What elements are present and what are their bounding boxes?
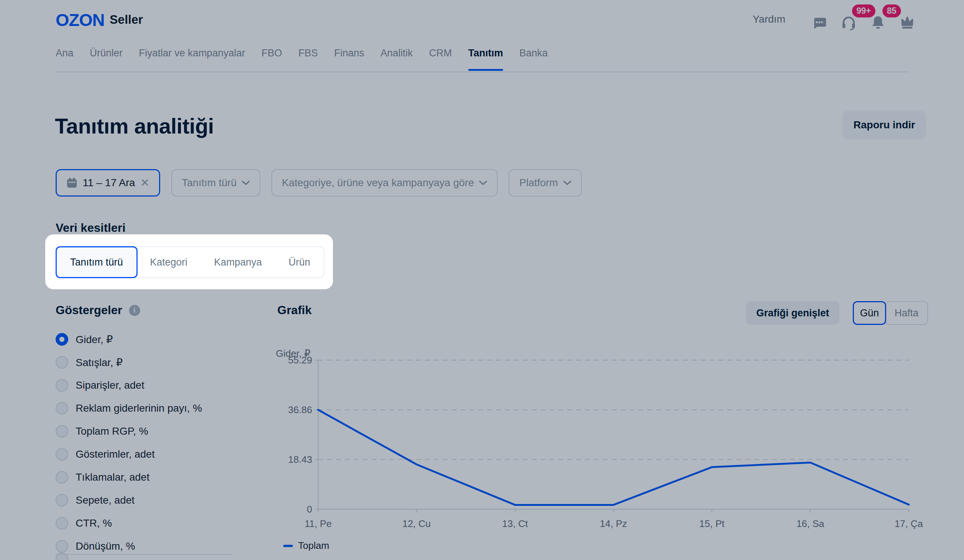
chart-canvas: 55.2936.8618.43011, Pe12, Cu13, Ct14, Pz… <box>274 341 931 556</box>
indicator-sepete[interactable]: Sepete, adet <box>55 489 202 512</box>
svg-text:17, Ça: 17, Ça <box>895 518 923 529</box>
indicator-gosterimler[interactable]: Gösterimler, adet <box>55 443 202 466</box>
period-week-button[interactable]: Hafta <box>885 301 928 325</box>
chart-legend: Toplam <box>283 540 329 552</box>
notifications-badge: 85 <box>883 5 901 18</box>
tab-tanitim-turu[interactable]: Tanıtım türü <box>55 246 138 278</box>
radio-icon <box>55 379 68 392</box>
indicator-reklam-payi[interactable]: Reklam giderlerinin payı, % <box>55 397 202 420</box>
nav-item-crm[interactable]: CRM <box>429 47 452 59</box>
clear-date-icon[interactable]: ✕ <box>140 177 150 189</box>
chevron-down-icon <box>563 180 572 186</box>
support-badge: 99+ <box>852 5 875 18</box>
calendar-icon <box>66 177 78 189</box>
platform-filter-label: Platform <box>519 177 558 189</box>
svg-text:18.43: 18.43 <box>288 454 312 465</box>
radio-icon <box>55 540 68 553</box>
indicators-heading-text: Göstergeler <box>55 303 122 317</box>
chat-icon[interactable] <box>812 15 827 30</box>
category-filter-label: Kategoriye, ürüne veya kampanyaya göre <box>282 177 474 189</box>
legend-line-swatch <box>283 545 293 547</box>
nav-item-analitik[interactable]: Analitik <box>380 47 413 59</box>
legend-label: Toplam <box>298 540 329 552</box>
svg-text:14, Pz: 14, Pz <box>600 518 627 529</box>
seller-logo-text: Seller <box>110 13 143 27</box>
svg-text:16, Sa: 16, Sa <box>796 518 825 529</box>
promo-type-label: Tanıtım türü <box>182 177 236 189</box>
download-report-button[interactable]: Raporu indir <box>842 111 926 140</box>
ozon-logo-text: OZON <box>55 10 104 30</box>
svg-text:13, Ct: 13, Ct <box>502 518 528 529</box>
expand-chart-button[interactable]: Grafiği genişlet <box>746 301 839 325</box>
radio-icon <box>55 356 68 369</box>
svg-text:0: 0 <box>307 504 312 515</box>
info-icon[interactable]: i <box>129 305 140 316</box>
nav-item-fbo[interactable]: FBO <box>261 47 282 59</box>
nav-item-fbs[interactable]: FBS <box>298 47 318 59</box>
tab-urun[interactable]: Ürün <box>275 247 324 277</box>
radio-icon <box>55 448 68 461</box>
period-day-button[interactable]: Gün <box>853 301 886 325</box>
nav-divider <box>55 72 909 72</box>
nav-item-banka[interactable]: Banka <box>519 47 548 59</box>
indicator-siparisler[interactable]: Siparişler, adet <box>55 374 202 397</box>
chart-heading: Grafik <box>277 303 311 317</box>
list-divider <box>55 554 232 555</box>
page-title: Tanıtım analitiği <box>55 114 214 138</box>
tab-kategori[interactable]: Kategori <box>137 247 201 277</box>
radio-icon <box>55 494 68 506</box>
chevron-down-icon <box>479 180 487 186</box>
indicator-toplam-rgp[interactable]: Toplam RGP, % <box>55 420 202 443</box>
nav-item-urunler[interactable]: Ürünler <box>90 47 123 59</box>
period-toggle: Gün Hafta <box>853 301 928 325</box>
svg-text:36.86: 36.86 <box>288 404 312 415</box>
radio-icon <box>55 333 68 346</box>
bell-icon[interactable] <box>871 15 886 30</box>
indicator-satislar[interactable]: Satışlar, ₽ <box>55 351 202 374</box>
radio-icon <box>55 402 68 415</box>
data-slices-heading: Veri kesitleri <box>55 221 126 235</box>
main-nav: Ana Ürünler Fiyatlar ve kampanyalar FBO … <box>55 47 548 59</box>
date-range-value: 11 – 17 Ara <box>83 177 135 189</box>
ozon-seller-page: OZON Seller Yardım 99+ 85 Ana Ürün <box>0 0 964 560</box>
indicator-gider[interactable]: Gider, ₽ <box>55 328 202 351</box>
category-filter[interactable]: Kategoriye, ürüne veya kampanyaya göre <box>271 169 498 197</box>
nav-item-tanitim[interactable]: Tanıtım <box>468 47 503 59</box>
indicators-heading: Göstergeler i <box>55 303 140 317</box>
filter-bar: 11 – 17 Ara ✕ Tanıtım türü Kategoriye, ü… <box>55 169 582 197</box>
svg-text:11, Pe: 11, Pe <box>305 518 331 529</box>
svg-text:12, Cu: 12, Cu <box>402 518 431 529</box>
ozon-seller-logo[interactable]: OZON Seller <box>55 8 143 31</box>
radio-icon <box>55 425 68 438</box>
help-link[interactable]: Yardım <box>753 13 785 25</box>
tab-kampanya[interactable]: Kampanya <box>200 247 275 277</box>
nav-item-fiyatlar[interactable]: Fiyatlar ve kampanyalar <box>139 47 246 59</box>
svg-text:Gider, ₽: Gider, ₽ <box>276 348 310 359</box>
nav-item-finans[interactable]: Finans <box>334 47 364 59</box>
radio-icon <box>55 471 68 483</box>
premium-crown-icon[interactable] <box>899 15 914 30</box>
indicator-ctr[interactable]: CTR, % <box>55 512 202 535</box>
date-range-filter[interactable]: 11 – 17 Ara ✕ <box>55 169 160 197</box>
line-chart: 55.2936.8618.43011, Pe12, Cu13, Ct14, Pz… <box>274 341 931 556</box>
radio-icon <box>55 517 68 529</box>
indicator-list: Gider, ₽ Satışlar, ₽ Siparişler, adet Re… <box>55 328 202 558</box>
chevron-down-icon <box>242 180 250 186</box>
nav-item-ana[interactable]: Ana <box>55 47 73 59</box>
headset-icon[interactable] <box>841 15 856 30</box>
indicator-tiklamalar[interactable]: Tıklamalar, adet <box>55 466 202 489</box>
promo-type-filter[interactable]: Tanıtım türü <box>171 169 260 197</box>
svg-text:15, Pt: 15, Pt <box>699 518 725 529</box>
platform-filter[interactable]: Platform <box>509 169 581 197</box>
data-slices-tabs: Tanıtım türü Kategori Kampanya Ürün <box>55 246 324 278</box>
